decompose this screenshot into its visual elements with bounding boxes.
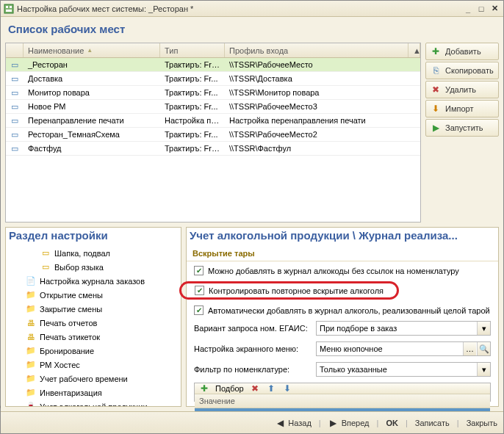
settings-tree: ▭Шапка, подвал▭Выбор языка📄Настройка жур… bbox=[6, 245, 181, 406]
minimize-button[interactable]: _ bbox=[462, 4, 474, 14]
doc-icon: 📄 bbox=[25, 276, 37, 286]
tree-item[interactable]: 🖶Печать отчетов bbox=[6, 316, 181, 330]
label-filter: Фильтр по номенклатуре: bbox=[194, 365, 310, 374]
delete-button[interactable]: ✖Удалить bbox=[425, 81, 499, 98]
label-egais: Вариант запроса ном. ЕГАИС: bbox=[194, 324, 310, 333]
select-screen-menu[interactable]: Меню кнопочное … 🔍 bbox=[316, 341, 491, 356]
tree-item[interactable]: 📁Учет рабочего времени bbox=[6, 372, 181, 386]
copy-button[interactable]: ⎘Скопировать bbox=[425, 62, 499, 79]
save-button[interactable]: Записать bbox=[415, 419, 450, 427]
folder-icon: 📁 bbox=[25, 388, 37, 397]
table-row[interactable]: ▭Ресторан_ТемнаяСхемаТрактиръ: Fr...\\TS… bbox=[6, 128, 420, 142]
row-icon: ▭ bbox=[6, 144, 24, 153]
checkbox-icon: ✔ bbox=[194, 266, 204, 275]
tree-item[interactable]: 📁Открытие смены bbox=[6, 288, 181, 302]
main-window: Настройка рабочих мест системы: _Рестора… bbox=[0, 0, 504, 434]
tree-item[interactable]: ▭Выбор языка bbox=[6, 260, 181, 274]
row-icon: ▭ bbox=[6, 74, 24, 84]
row-icon: ▭ bbox=[6, 102, 24, 112]
col-type[interactable]: Тип bbox=[160, 43, 225, 57]
print-icon: 🖶 bbox=[25, 319, 37, 328]
col-scroll: ▲ bbox=[408, 43, 420, 57]
copy-icon: ⎘ bbox=[431, 65, 441, 76]
svg-rect-3 bbox=[6, 10, 12, 12]
dropdown-icon: ▾ bbox=[477, 363, 490, 376]
import-icon: ⬇ bbox=[431, 104, 441, 114]
open-icon[interactable]: 🔍 bbox=[477, 342, 490, 355]
svg-rect-1 bbox=[6, 6, 8, 8]
list-title: Список рабочих мест bbox=[5, 21, 499, 38]
settings-tree-panel: Раздел настройки ▭Шапка, подвал▭Выбор яз… bbox=[5, 227, 181, 407]
page-icon: ▭ bbox=[40, 262, 51, 272]
back-icon: ◀ bbox=[275, 418, 285, 428]
tree-item[interactable]: 🖶Печать этикеток bbox=[6, 330, 181, 344]
forward-button[interactable]: ▶Вперед bbox=[328, 418, 370, 428]
chk-control-reopen-label: Контролировать повторное вскрытие алкого… bbox=[209, 286, 384, 295]
detail-panel: Учет алкогольной продукции \ Журнал реал… bbox=[186, 227, 499, 407]
table-row[interactable]: ▭Перенаправление печатиНастройка пе...На… bbox=[6, 114, 420, 128]
col-profile[interactable]: Профиль входа bbox=[225, 43, 408, 57]
back-button[interactable]: ◀Назад bbox=[275, 418, 312, 428]
sub-col-value: Значение bbox=[195, 394, 490, 408]
svg-rect-2 bbox=[10, 6, 12, 8]
plus-icon: ✚ bbox=[431, 46, 441, 57]
folder-icon: 📁 bbox=[25, 346, 37, 355]
tree-item[interactable]: 📁РМ Хостес bbox=[6, 358, 181, 372]
workplace-table: Наименование Тип Профиль входа ▲ ▭_Ресто… bbox=[5, 43, 421, 223]
label-screen-menu: Настройка экранного меню: bbox=[194, 344, 310, 353]
chk-auto-add[interactable]: ✔ Автоматически добавлять в журнал алког… bbox=[194, 305, 491, 315]
section-title: Вскрытие тары bbox=[187, 245, 498, 261]
arrow-up-icon[interactable]: ⬆ bbox=[266, 383, 276, 394]
tree-item[interactable]: ▭Шапка, подвал bbox=[6, 246, 181, 260]
remove-icon[interactable]: ✖ bbox=[250, 383, 260, 394]
highlight-control-reopen: ✔ Контролировать повторное вскрытие алко… bbox=[179, 281, 399, 300]
window-title: Настройка рабочих мест системы: _Рестора… bbox=[17, 4, 461, 13]
content: Список рабочих мест Наименование Тип Про… bbox=[1, 17, 503, 411]
row-icon: ▭ bbox=[6, 88, 24, 98]
close-footer-button[interactable]: Закрыть bbox=[467, 419, 497, 427]
play-icon: ▶ bbox=[431, 123, 441, 133]
checkbox-icon: ✔ bbox=[194, 305, 204, 315]
table-row[interactable]: ▭ДоставкаТрактиръ: Fr...\\TSSR\Доставка bbox=[6, 72, 420, 86]
folder-icon: 📁 bbox=[25, 290, 37, 300]
tree-item[interactable]: 📁Закрытие смены bbox=[6, 302, 181, 316]
ok-button[interactable]: OK bbox=[386, 419, 398, 427]
plus-icon[interactable]: ✚ bbox=[199, 383, 209, 394]
col-name[interactable]: Наименование bbox=[24, 43, 160, 57]
close-button[interactable]: ✕ bbox=[489, 4, 500, 14]
tree-item[interactable]: ⊖🍷Учет алкогольной продукции bbox=[6, 399, 181, 406]
run-button[interactable]: ▶Запустить bbox=[425, 119, 499, 137]
table-row[interactable]: ▭ФастфудТрактиръ: Fro...\\TSSR\Фастфул bbox=[6, 142, 420, 156]
pick-button[interactable]: Подбор bbox=[215, 384, 244, 393]
delete-icon: ✖ bbox=[431, 84, 441, 95]
select-egais[interactable]: При подборе в заказ ▾ bbox=[316, 321, 491, 336]
detail-title: Учет алкогольной продукции \ Журнал реал… bbox=[187, 228, 498, 245]
select-filter[interactable]: Только указанные ▾ bbox=[316, 362, 491, 377]
filter-table: ✚ Подбор ✖ ⬆ ⬇ Значение Алкогольные напи… bbox=[194, 383, 491, 402]
tree-item[interactable]: 📄Настройка журнала заказов bbox=[6, 274, 181, 288]
chk-add-codes[interactable]: ✔ Можно добавлять в журнал алкокоды без … bbox=[194, 266, 491, 275]
tree-item[interactable]: 📁Инвентаризация bbox=[6, 386, 181, 399]
svg-rect-0 bbox=[4, 4, 13, 13]
checkbox-icon[interactable]: ✔ bbox=[195, 286, 204, 295]
special-icon: 🍷 bbox=[25, 402, 37, 406]
table-row[interactable]: ▭_РесторанТрактиръ: Fro...\\TSSR\Рабочее… bbox=[6, 58, 420, 72]
folder-icon: 📁 bbox=[25, 304, 37, 314]
app-icon bbox=[4, 4, 14, 14]
page-icon: ▭ bbox=[40, 248, 51, 258]
folder-icon: 📁 bbox=[25, 360, 37, 369]
maximize-button[interactable]: □ bbox=[475, 4, 487, 14]
add-button[interactable]: ✚Добавить bbox=[425, 43, 499, 60]
arrow-down-icon[interactable]: ⬇ bbox=[282, 383, 292, 394]
ellipsis-icon[interactable]: … bbox=[463, 342, 476, 355]
table-row[interactable]: ▭Монитор повараТрактиръ: Fr...\\TSSR\Мон… bbox=[6, 86, 420, 100]
row-icon: ▭ bbox=[6, 60, 24, 70]
import-button[interactable]: ⬇Импорт bbox=[425, 100, 499, 117]
table-row[interactable]: ▭Новое РМТрактиръ: Fr...\\TSSR\РабочееМе… bbox=[6, 100, 420, 114]
tree-item[interactable]: 📁Бронирование bbox=[6, 344, 181, 358]
folder-icon: 📁 bbox=[25, 374, 37, 383]
dropdown-icon: ▾ bbox=[477, 322, 490, 335]
row-icon: ▭ bbox=[6, 130, 24, 140]
forward-icon: ▶ bbox=[328, 418, 339, 428]
footer: ◀Назад | ▶Вперед | OK | Записать | Закры… bbox=[1, 411, 503, 433]
